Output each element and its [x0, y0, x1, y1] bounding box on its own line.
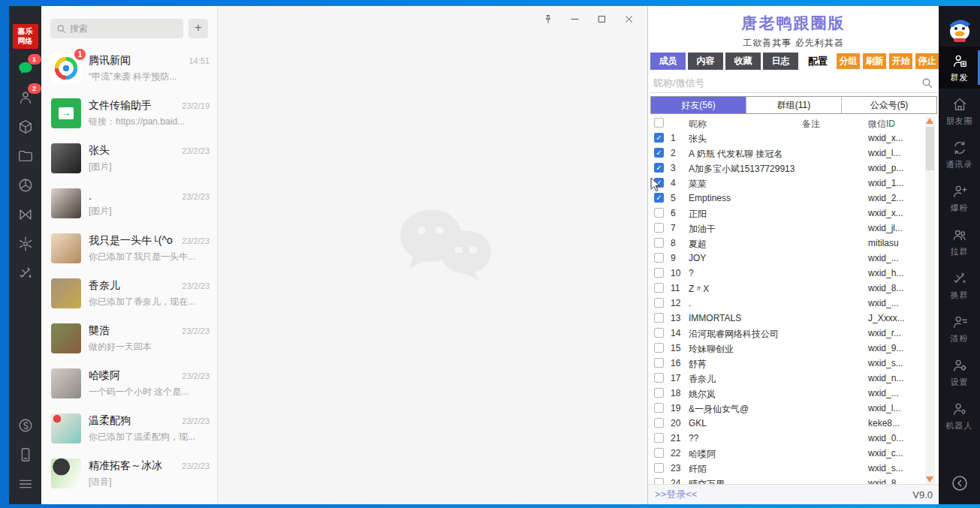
- row-checkbox[interactable]: [654, 373, 664, 383]
- nav-robot[interactable]: 机器人: [939, 395, 980, 437]
- table-row[interactable]: 19 &一身仙女气@ wxid_l...: [650, 401, 925, 416]
- row-checkbox[interactable]: [654, 283, 664, 293]
- row-checkbox[interactable]: [654, 418, 664, 428]
- tab-groups[interactable]: 群组(11): [746, 97, 841, 113]
- table-row[interactable]: 12 . wxid_...: [650, 296, 925, 311]
- aperture-icon[interactable]: [16, 176, 35, 195]
- table-row[interactable]: 7 加油干 wxid_jl...: [650, 221, 925, 236]
- row-checkbox[interactable]: [654, 463, 664, 473]
- nav-swap-group[interactable]: 换群: [939, 264, 980, 306]
- row-checkbox[interactable]: [654, 328, 664, 338]
- chat-list-item[interactable]: 龑浩 23/2/23 做的好一天回本: [41, 316, 217, 361]
- tab-members[interactable]: 成员: [650, 53, 686, 70]
- row-checkbox[interactable]: [654, 163, 664, 173]
- flower-icon[interactable]: [16, 234, 35, 254]
- phone-icon[interactable]: [16, 445, 35, 464]
- row-checkbox[interactable]: [654, 133, 664, 143]
- row-checkbox[interactable]: [654, 238, 664, 248]
- minimize-button[interactable]: [565, 11, 584, 27]
- chat-list-item[interactable]: 哈喽阿 23/2/23 一个码一个小时 这个是...: [41, 361, 217, 406]
- table-row[interactable]: 10 ? wxid_h...: [650, 266, 925, 281]
- collapse-icon[interactable]: [951, 474, 969, 495]
- tab-favorites[interactable]: 收藏: [725, 53, 761, 70]
- nav-pull-group[interactable]: 拉群: [939, 221, 980, 263]
- duck-avatar[interactable]: [944, 14, 975, 45]
- table-row[interactable]: 3 A加多宝小斌15137729913 wxid_p...: [650, 161, 925, 176]
- group-button[interactable]: 分组: [837, 53, 860, 69]
- table-row[interactable]: 4 菜菜 wxid_1...: [650, 176, 925, 191]
- table-row[interactable]: 6 正阳 wxid_x...: [650, 206, 925, 221]
- tab-official-accounts[interactable]: 公众号(5): [841, 97, 936, 113]
- row-checkbox[interactable]: [654, 403, 664, 413]
- chat-list-item[interactable]: 精准拓客～冰冰 23/2/23 [语音]: [41, 451, 217, 496]
- chat-list-item[interactable]: 1 腾讯新闻 14:51 “甲流”来袭 科学预防...: [41, 46, 217, 91]
- scroll-down-arrow[interactable]: [926, 476, 933, 482]
- table-scrollbar[interactable]: [925, 116, 935, 484]
- table-row[interactable]: 8 夏超 mitilasu: [650, 236, 925, 251]
- row-checkbox[interactable]: [654, 388, 664, 398]
- row-checkbox[interactable]: [654, 223, 664, 233]
- table-row[interactable]: 20 GKL keke8...: [650, 416, 925, 431]
- maximize-button[interactable]: [592, 11, 611, 27]
- row-checkbox[interactable]: [654, 268, 664, 278]
- tab-friends[interactable]: 好友(56): [651, 97, 746, 113]
- row-checkbox[interactable]: [654, 148, 664, 158]
- row-checkbox[interactable]: [654, 448, 664, 458]
- nav-moments[interactable]: 朋友圈: [939, 90, 980, 132]
- contacts-icon[interactable]: 2: [16, 88, 35, 107]
- table-row[interactable]: 18 姚尔岚 wxid_...: [650, 386, 925, 401]
- row-checkbox[interactable]: [654, 253, 664, 263]
- table-row[interactable]: 1 张头 wxid_x...: [650, 131, 925, 146]
- scroll-up-arrow[interactable]: [926, 118, 933, 124]
- select-all-checkbox[interactable]: [654, 118, 664, 128]
- chat-list-item[interactable]: 张头 23/2/23 [图片]: [41, 136, 217, 181]
- box-icon[interactable]: [16, 117, 35, 137]
- table-row[interactable]: 9 JOY wxid_...: [650, 251, 925, 266]
- chat-icon[interactable]: 1: [16, 59, 35, 78]
- start-button[interactable]: 开始: [889, 53, 912, 69]
- tab-logs[interactable]: 日志: [763, 53, 798, 70]
- row-checkbox[interactable]: [654, 208, 664, 218]
- table-row[interactable]: 21 ?? wxid_0...: [650, 431, 925, 446]
- table-row[interactable]: 11 Z〃X wxid_8...: [650, 281, 925, 296]
- table-row[interactable]: 17 香奈儿 wxid_n...: [650, 371, 925, 386]
- row-checkbox[interactable]: [654, 433, 664, 443]
- search-icon[interactable]: [921, 77, 933, 89]
- table-row[interactable]: 5 Emptiness wxid_2...: [650, 191, 925, 206]
- close-button[interactable]: [619, 11, 638, 27]
- config-label[interactable]: 配置: [805, 55, 831, 68]
- chat-list-item[interactable]: 文件传输助手 23/2/19 链接：https://pan.baid...: [41, 91, 217, 136]
- row-checkbox[interactable]: [654, 313, 664, 323]
- table-row[interactable]: 24 晴空万里 wxid_8...: [650, 476, 925, 484]
- table-row[interactable]: 16 舒苒 wxid_s...: [650, 356, 925, 371]
- nav-broadcast[interactable]: 群发: [939, 47, 980, 89]
- table-row[interactable]: 2 A 奶瓶 代发私聊 接冠名 wxid_l...: [650, 146, 925, 161]
- nav-contacts-sync[interactable]: 通讯录: [939, 134, 980, 176]
- chat-list-item[interactable]: 香奈儿 23/2/23 你已添加了香奈儿，现在...: [41, 271, 217, 316]
- table-row[interactable]: 23 纤陌 wxid_s...: [650, 461, 925, 476]
- chat-list-item[interactable]: 温柔配狗 23/2/23 你已添加了温柔配狗，现...: [41, 406, 217, 451]
- member-search-input[interactable]: [650, 77, 921, 89]
- stop-button[interactable]: 停止: [915, 53, 939, 69]
- nav-settings[interactable]: 设置: [939, 351, 980, 393]
- add-button[interactable]: +: [188, 19, 208, 38]
- row-checkbox[interactable]: [654, 298, 664, 308]
- table-row[interactable]: 13 IMMORTALS J_Xxxx...: [650, 311, 925, 326]
- sparkle-icon[interactable]: [16, 263, 35, 283]
- row-checkbox[interactable]: [654, 478, 664, 484]
- scrollbar-thumb[interactable]: [926, 127, 934, 170]
- table-row[interactable]: 14 沿河珉睿网络科技公司 wxid_r...: [650, 326, 925, 341]
- s-circle-icon[interactable]: [16, 416, 35, 435]
- pin-icon[interactable]: [538, 11, 557, 27]
- row-checkbox[interactable]: [654, 358, 664, 368]
- refresh-button[interactable]: 刷新: [863, 53, 886, 69]
- login-link[interactable]: >>登录<<: [655, 488, 697, 501]
- table-row[interactable]: 15 玲妹聊创业 wxid_9...: [650, 341, 925, 356]
- chat-list-item[interactable]: . 23/2/23 [图片]: [41, 181, 217, 226]
- search-input[interactable]: 搜索: [50, 19, 183, 38]
- nav-clean-fans[interactable]: 清粉: [939, 308, 980, 350]
- folder-icon[interactable]: [16, 146, 35, 166]
- menu-icon[interactable]: [16, 474, 35, 494]
- tab-content[interactable]: 内容: [688, 53, 723, 70]
- row-checkbox[interactable]: [654, 343, 664, 353]
